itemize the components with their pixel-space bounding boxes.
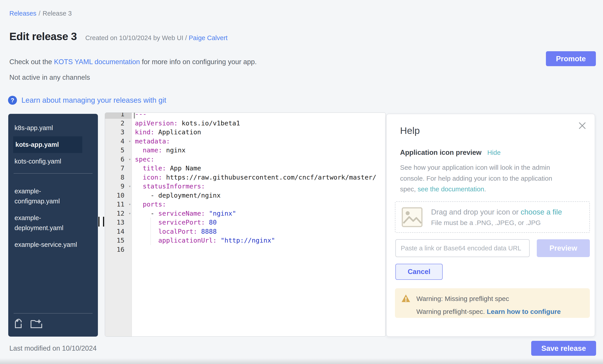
- code-line[interactable]: statusInformers:: [132, 182, 386, 191]
- code-line[interactable]: ports:: [132, 200, 386, 209]
- code-token: [135, 174, 143, 181]
- preflight-warning-box: Warning: Missing preflight spec Warning …: [395, 288, 590, 318]
- yaml-editor: 1234▾56▾789▾1011▾12▾13141516 ---apiVersi…: [105, 112, 386, 337]
- kots-yaml-doc-link[interactable]: KOTS YAML documentation: [54, 58, 140, 66]
- code-token: title:: [143, 165, 166, 172]
- code-token: -: [135, 210, 158, 217]
- gutter-line-number: 1: [105, 112, 132, 119]
- close-icon[interactable]: [578, 122, 586, 130]
- code-token: [135, 182, 143, 190]
- text-cursor: [134, 113, 135, 119]
- file-list-bottom: example-configmap.yamlexample-deployment…: [8, 177, 98, 253]
- code-line[interactable]: apiVersion: kots.io/v1beta1: [132, 119, 386, 128]
- hide-link[interactable]: Hide: [487, 149, 501, 156]
- file-tree-item[interactable]: example-configmap.yaml: [14, 183, 83, 210]
- code-line[interactable]: kind: Application: [132, 128, 386, 137]
- learn-how-to-configure-link[interactable]: Learn how to configure: [487, 308, 561, 315]
- warning-detail-text: Warning preflight-spec.: [416, 308, 487, 315]
- icon-url-input[interactable]: [395, 239, 530, 257]
- fold-arrow-icon[interactable]: ▾: [129, 182, 131, 191]
- breadcrumb-separator: /: [39, 10, 40, 17]
- code-line[interactable]: [132, 245, 386, 254]
- file-tree-sidebar: k8s-app.yamlkots-app.yamlkots-config.yam…: [8, 114, 98, 337]
- code-token: 80: [205, 219, 217, 226]
- file-tree-item[interactable]: kots-app.yaml: [13, 136, 82, 153]
- breadcrumb-releases-link[interactable]: Releases: [9, 10, 36, 17]
- gutter-line-number: 15: [105, 236, 132, 245]
- page-title: Edit release 3: [9, 30, 77, 43]
- icon-dropzone[interactable]: Drag and drop your icon or choose a file…: [395, 201, 590, 233]
- file-tree-item[interactable]: k8s-app.yaml: [14, 120, 83, 136]
- fold-arrow-icon[interactable]: ▾: [129, 209, 131, 218]
- code-line[interactable]: title: App Name: [132, 164, 386, 173]
- doc-hint-suffix: for more info on configuring your app.: [140, 58, 257, 66]
- sidebar-resize-handle-bar[interactable]: [103, 217, 104, 227]
- code-token: "http://nginx": [217, 237, 275, 244]
- code-token: ---: [135, 113, 147, 118]
- code-token: [135, 219, 158, 226]
- code-token: apiVersion:: [135, 119, 178, 127]
- fold-arrow-icon[interactable]: ▾: [129, 137, 131, 146]
- code-token: metadata:: [135, 137, 170, 145]
- fold-arrow-icon[interactable]: ▾: [129, 200, 131, 209]
- code-line[interactable]: icon: https://raw.githubusercontent.com/…: [132, 173, 386, 182]
- gutter-line-number: 12▾: [105, 209, 132, 218]
- code-line[interactable]: name: nginx: [132, 146, 386, 155]
- help-title: Help: [400, 125, 420, 136]
- code-line[interactable]: spec:: [132, 155, 386, 164]
- see-documentation-link[interactable]: see the documentation: [418, 185, 484, 193]
- doc-hint-line: Check out the KOTS YAML documentation fo…: [9, 58, 257, 66]
- code-line[interactable]: ---: [132, 113, 386, 119]
- gutter-line-number: 3: [105, 128, 132, 137]
- promote-button[interactable]: Promote: [546, 51, 596, 66]
- editor-code-area[interactable]: ---apiVersion: kots.io/v1beta1kind: Appl…: [132, 113, 386, 336]
- fold-arrow-icon[interactable]: ▾: [129, 155, 131, 164]
- code-line[interactable]: applicationUrl: "http://nginx": [132, 236, 386, 245]
- dropzone-text: Drag and drop your icon or choose a file…: [431, 208, 562, 227]
- question-mark-icon: ?: [8, 96, 17, 105]
- code-line[interactable]: metadata:: [132, 137, 386, 146]
- gutter-line-number: 10: [105, 191, 132, 200]
- code-token: statusInformers:: [143, 182, 205, 190]
- code-token: servicePort:: [158, 219, 205, 226]
- bottom-fade: [0, 358, 603, 364]
- new-file-icon[interactable]: [14, 318, 23, 329]
- code-line[interactable]: - serviceName: "nginx": [132, 209, 386, 218]
- sidebar-footer: [14, 313, 93, 329]
- code-token: kind:: [135, 128, 154, 136]
- warning-title: Warning: Missing preflight spec: [416, 295, 509, 302]
- breadcrumb: Releases/Release 3: [9, 10, 72, 17]
- code-token: ports:: [143, 200, 166, 208]
- code-line[interactable]: - deployment/nginx: [132, 191, 386, 200]
- sidebar-resize-handle-bar[interactable]: [98, 217, 99, 227]
- file-tree-item[interactable]: kots-config.yaml: [14, 153, 83, 170]
- gutter-line-number: 16: [105, 245, 132, 254]
- git-releases-link[interactable]: Learn about managing your releases with …: [21, 96, 166, 104]
- channel-status: Not active in any channels: [9, 74, 90, 82]
- code-line[interactable]: servicePort: 80: [132, 218, 386, 227]
- code-token: icon:: [143, 174, 162, 181]
- choose-a-file-link[interactable]: choose a file: [521, 208, 562, 216]
- image-placeholder-icon: [402, 207, 423, 227]
- preview-button[interactable]: Preview: [537, 239, 590, 257]
- save-release-button[interactable]: Save release: [531, 341, 596, 356]
- code-token: [135, 237, 158, 244]
- code-token: [135, 228, 158, 235]
- code-token: serviceName:: [158, 210, 205, 217]
- code-line[interactable]: localPort: 8888: [132, 227, 386, 236]
- code-token: name:: [143, 146, 162, 154]
- gutter-line-number: 11▾: [105, 200, 132, 209]
- code-token: [135, 200, 143, 208]
- file-tree-item[interactable]: example-service.yaml: [14, 236, 83, 253]
- new-folder-icon[interactable]: [30, 318, 43, 329]
- file-tree-item[interactable]: example-deployment.yaml: [14, 210, 83, 236]
- title-row: Edit release 3 Created on 10/10/2024 by …: [9, 30, 227, 43]
- created-by-link[interactable]: Paige Calvert: [189, 34, 227, 41]
- code-token: spec:: [135, 155, 154, 163]
- code-token: App Name: [166, 165, 201, 172]
- doc-hint-prefix: Check out the: [9, 58, 54, 66]
- gutter-line-number: 6▾: [105, 155, 132, 164]
- cancel-button[interactable]: Cancel: [395, 264, 443, 280]
- last-modified-text: Last modified on 10/10/2024: [9, 344, 97, 353]
- gutter-line-number: 4▾: [105, 137, 132, 146]
